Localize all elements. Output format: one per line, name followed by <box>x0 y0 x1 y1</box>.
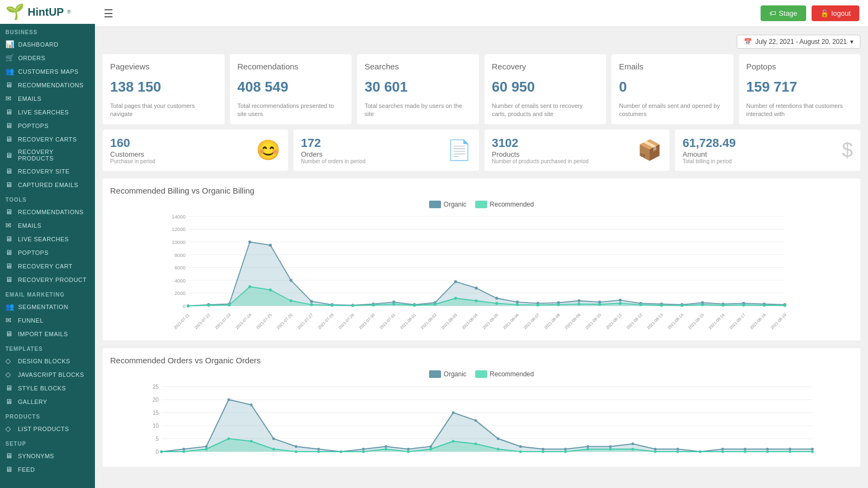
svg-point-163 <box>407 450 410 453</box>
sidebar-item-tools-recovery-cart[interactable]: 🖥RECOVERY CART <box>0 259 95 273</box>
svg-point-55 <box>330 304 334 307</box>
card-title-recommendations: Recomendations <box>238 62 344 71</box>
svg-point-161 <box>362 450 365 453</box>
legend-organic-label: Organic <box>444 201 467 208</box>
mini-label-orders: Orders <box>301 150 366 158</box>
svg-point-58 <box>392 303 395 306</box>
orders-legend-recommended-label: Recommended <box>490 370 534 378</box>
date-picker-button[interactable]: 📅 July 22, 2021 - August 20, 2021 ▾ <box>737 35 860 49</box>
billing-svg: 02000400060008000100001200014000 2021-07… <box>110 211 853 331</box>
svg-point-64 <box>516 303 519 306</box>
sidebar-item-tools-live-searches[interactable]: 🖥LIVE SEARCHES <box>0 232 95 246</box>
svg-point-150 <box>789 447 792 450</box>
sidebar-item-poptops[interactable]: 🖥POPTOPS <box>0 119 95 132</box>
sidebar-item-list-products[interactable]: ◇LIST PRODUCTS <box>0 422 95 435</box>
svg-point-170 <box>564 450 567 453</box>
card-value-searches: 30 601 <box>365 79 471 95</box>
orders-legend-organic-label: Organic <box>444 370 467 378</box>
sidebar-item-orders[interactable]: 🛒ORDERS <box>0 51 95 65</box>
svg-point-31 <box>454 280 457 283</box>
svg-text:12000: 12000 <box>172 227 186 232</box>
legend-recommended: Recommended <box>475 201 534 208</box>
sidebar-item-captured-emails[interactable]: 🖥CAPTURED EMAILS <box>0 178 95 191</box>
sidebar-item-recovery-site[interactable]: 🖥RECOVERY SITE <box>0 164 95 178</box>
sidebar-item-recommendations[interactable]: 🖥RECOMMENDATIONS <box>0 78 95 92</box>
svg-point-151 <box>811 447 814 450</box>
svg-text:2021-07-23: 2021-07-23 <box>214 312 232 330</box>
svg-text:2021-07-29: 2021-07-29 <box>337 312 355 330</box>
recommendations-icon: 🖥 <box>5 81 14 89</box>
svg-point-140 <box>564 447 567 450</box>
svg-point-181 <box>811 450 814 453</box>
sidebar-item-import-emails[interactable]: 🖥IMPORT EMAILS <box>0 327 95 341</box>
svg-point-126 <box>250 403 253 406</box>
recovery-site-label: RECOVERY SITE <box>18 168 69 175</box>
sidebar-item-customers-maps[interactable]: 👥CUSTOMERS MAPS <box>0 65 95 78</box>
svg-point-66 <box>557 303 560 306</box>
recovery-products-icon: 🖥 <box>5 151 14 159</box>
sidebar-item-tools-poptops[interactable]: 🖥POPTOPS <box>0 246 95 259</box>
sidebar-item-emails[interactable]: ✉EMAILS <box>0 92 95 105</box>
sidebar-item-design-blocks[interactable]: ◇DESIGN BLOCKS <box>0 354 95 368</box>
svg-point-157 <box>272 447 275 450</box>
sidebar-item-funnel[interactable]: ✉FUNNEL <box>0 313 95 327</box>
svg-point-149 <box>766 447 769 450</box>
sidebar-item-synonyms[interactable]: 🖥SYNONYMS <box>0 449 95 463</box>
svg-text:2021-08-01: 2021-08-01 <box>399 312 417 330</box>
sidebar-item-feed[interactable]: 🖥FEED <box>0 463 95 476</box>
tools-recovery-cart-label: RECOVERY CART <box>18 263 73 269</box>
svg-point-21 <box>248 240 252 243</box>
svg-text:20: 20 <box>152 397 159 403</box>
svg-text:10: 10 <box>152 423 159 429</box>
tools-recommendations-icon: 🖥 <box>5 208 14 216</box>
mini-icon-products: 📦 <box>637 139 662 162</box>
svg-point-152 <box>160 450 163 453</box>
sidebar-item-segmentation[interactable]: 👥SEGMENTATION <box>0 300 95 313</box>
svg-point-50 <box>228 303 231 306</box>
card-title-searches: Searches <box>365 62 471 71</box>
gallery-label: GALLERY <box>18 399 47 405</box>
import-emails-icon: 🖥 <box>5 330 14 338</box>
svg-point-180 <box>789 450 792 453</box>
card-title-emails: Emails <box>619 62 726 71</box>
card-value-pageviews: 138 150 <box>110 79 217 95</box>
svg-text:2021-08-14: 2021-08-14 <box>667 312 685 330</box>
svg-text:2021-07-31: 2021-07-31 <box>379 312 397 330</box>
svg-point-176 <box>699 450 701 453</box>
segmentation-label: SEGMENTATION <box>18 304 68 310</box>
card-desc-pageviews: Total pages that your customers navigate <box>110 102 217 119</box>
svg-text:2021-07-25: 2021-07-25 <box>255 312 273 330</box>
stage-button[interactable]: 🏷 Stage <box>761 5 806 21</box>
sidebar-item-dashboard[interactable]: 📊DASHBOARD <box>0 37 95 51</box>
sidebar-item-recovery-products[interactable]: 🖥RECOVERY PRODUCTS <box>0 146 95 164</box>
logo-icon: 🌱 <box>5 4 24 20</box>
logout-button[interactable]: 🔓 logout <box>812 5 859 21</box>
sidebar-item-tools-recovery-product[interactable]: 🖥RECOVERY PRODUCT <box>0 273 95 286</box>
svg-text:2021-08-17: 2021-08-17 <box>729 312 746 330</box>
sidebar-item-tools-emails[interactable]: ✉EMAILS <box>0 219 95 232</box>
sidebar-item-style-blocks[interactable]: 🖥STYLE BLOCKS <box>0 381 95 395</box>
hamburger-icon[interactable]: ☰ <box>104 7 113 20</box>
svg-point-177 <box>721 450 724 453</box>
orders-legend-recommended-box <box>475 370 487 378</box>
sidebar: 🌱 HintUP® BUSINESS📊DASHBOARD🛒ORDERS👥CUST… <box>0 0 95 488</box>
svg-point-62 <box>475 299 478 303</box>
sidebar-item-live-searches[interactable]: 🖥LIVE SEARCHES <box>0 105 95 119</box>
svg-point-128 <box>295 445 297 448</box>
sidebar-item-tools-recommendations[interactable]: 🖥RECOMMENDATIONS <box>0 205 95 219</box>
sidebar-section-products: PRODUCTS <box>0 408 95 422</box>
sidebar-item-gallery[interactable]: 🖥GALLERY <box>0 395 95 408</box>
emails-label: EMAILS <box>18 95 41 102</box>
svg-text:10000: 10000 <box>172 240 186 245</box>
sidebar-item-recovery-carts[interactable]: 🖥RECOVERY CARTS <box>0 132 95 146</box>
sidebar-item-javascript-blocks[interactable]: ◇JAVASCRIPT BLOCKS <box>0 368 95 381</box>
svg-point-24 <box>310 300 314 303</box>
legend-organic-box <box>429 201 441 208</box>
legend-recommended-box <box>475 201 487 208</box>
svg-text:2021-07-27: 2021-07-27 <box>296 312 314 330</box>
live-searches-label: LIVE SEARCHES <box>18 109 69 115</box>
dashboard-icon: 📊 <box>5 40 15 48</box>
calendar-icon: 📅 <box>744 38 752 46</box>
mini-card-products: 3102 Products Number of products purchas… <box>484 130 670 171</box>
svg-point-138 <box>519 445 522 448</box>
